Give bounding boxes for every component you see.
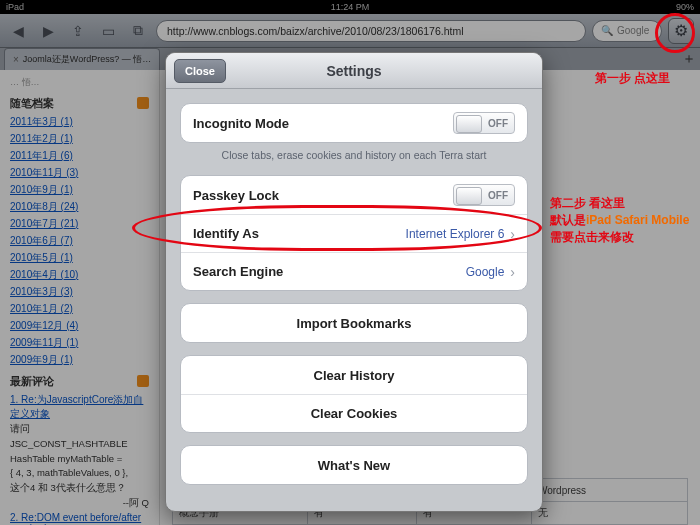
row-label: Passkey Lock	[193, 188, 453, 203]
settings-modal: Close Settings Incognito Mode OFF Close …	[165, 52, 543, 512]
identify-value: Internet Explorer 6	[406, 227, 505, 241]
row-label: Identify As	[193, 226, 406, 241]
chevron-right-icon: ›	[510, 226, 515, 242]
settings-group-clear: Clear History Clear Cookies	[180, 355, 528, 433]
row-passkey-lock[interactable]: Passkey Lock OFF	[181, 176, 527, 214]
row-label: Search Engine	[193, 264, 466, 279]
row-import-bookmarks[interactable]: Import Bookmarks	[181, 304, 527, 342]
incognito-hint: Close tabs, erase cookies and history on…	[180, 143, 528, 163]
chevron-right-icon: ›	[510, 264, 515, 280]
settings-group-main: Passkey Lock OFF Identify As Internet Ex…	[180, 175, 528, 291]
modal-title: Settings	[326, 63, 381, 79]
passkey-toggle[interactable]: OFF	[453, 184, 515, 206]
close-button[interactable]: Close	[174, 59, 226, 83]
settings-group-incognito: Incognito Mode OFF	[180, 103, 528, 143]
incognito-toggle[interactable]: OFF	[453, 112, 515, 134]
modal-header: Close Settings	[166, 53, 542, 89]
row-whats-new[interactable]: What's New	[181, 446, 527, 484]
search-engine-value: Google	[466, 265, 505, 279]
row-identify-as[interactable]: Identify As Internet Explorer 6 ›	[181, 214, 527, 252]
row-clear-cookies[interactable]: Clear Cookies	[181, 394, 527, 432]
row-clear-history[interactable]: Clear History	[181, 356, 527, 394]
row-label: Incognito Mode	[193, 116, 453, 131]
row-incognito-mode[interactable]: Incognito Mode OFF	[181, 104, 527, 142]
row-search-engine[interactable]: Search Engine Google ›	[181, 252, 527, 290]
